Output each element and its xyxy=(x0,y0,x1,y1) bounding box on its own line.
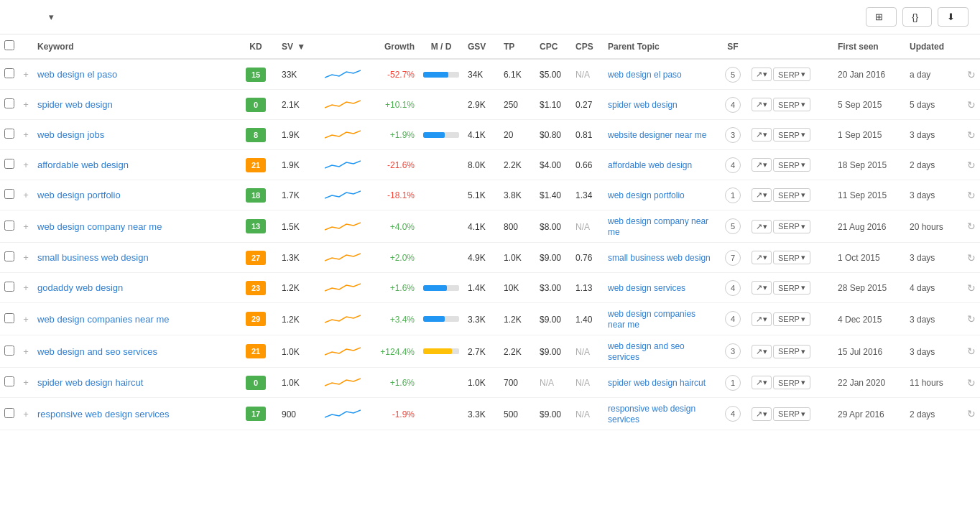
refresh-button[interactable]: ↻ xyxy=(967,346,976,357)
cps-header[interactable]: CPS xyxy=(571,34,604,59)
serp-button[interactable]: SERP ▾ xyxy=(773,220,810,233)
trend-button[interactable]: ↗ ▾ xyxy=(752,158,772,172)
serp-button[interactable]: SERP ▾ xyxy=(773,188,810,202)
add-keyword[interactable]: + xyxy=(19,273,33,303)
row-checkbox[interactable] xyxy=(4,251,14,261)
row-checkbox[interactable] xyxy=(4,408,14,418)
refresh-button[interactable]: ↻ xyxy=(967,313,976,325)
sf-header[interactable]: SF xyxy=(718,34,747,59)
tp-header[interactable]: TP xyxy=(499,34,535,59)
parent-header[interactable]: Parent Topic xyxy=(604,34,718,59)
parent-topic-link[interactable]: website designer near me xyxy=(608,130,706,140)
select-all-checkbox[interactable] xyxy=(4,40,14,50)
parent-topic-link[interactable]: web design and seo services xyxy=(608,341,685,362)
keyword-link[interactable]: web design and seo services xyxy=(37,346,157,357)
parent-topic-link[interactable]: affordable web design xyxy=(608,160,692,170)
add-keyword[interactable]: + xyxy=(19,180,33,210)
serp-button[interactable]: SERP ▾ xyxy=(773,158,810,172)
firstseen-header[interactable]: First seen xyxy=(833,34,905,59)
keyword-link[interactable]: affordable web design xyxy=(37,159,129,170)
add-keyword[interactable]: + xyxy=(19,210,33,243)
updated-header[interactable]: Updated xyxy=(905,34,963,59)
keyword-header[interactable]: Keyword xyxy=(33,34,234,59)
add-keyword[interactable]: + xyxy=(19,398,33,430)
trend-button[interactable]: ↗ ▾ xyxy=(752,407,772,421)
parent-topic-link[interactable]: spider web design xyxy=(608,100,678,110)
growth-stat[interactable]: ▾ xyxy=(46,11,54,22)
kd-header[interactable]: KD xyxy=(234,34,277,59)
parent-topic-link[interactable]: small business web design xyxy=(608,253,711,263)
serp-button[interactable]: SERP ▾ xyxy=(773,376,810,389)
serp-button[interactable]: SERP ▾ xyxy=(773,251,810,264)
keyword-link[interactable]: godaddy web design xyxy=(37,282,123,293)
row-checkbox[interactable] xyxy=(4,313,14,323)
keyword-link[interactable]: web design jobs xyxy=(37,129,104,140)
add-keyword[interactable]: + xyxy=(19,243,33,273)
refresh-button[interactable]: ↻ xyxy=(967,408,976,419)
row-checkbox[interactable] xyxy=(4,221,14,231)
trend-button[interactable]: ↗ ▾ xyxy=(752,281,772,295)
keyword-link[interactable]: spider web design haircut xyxy=(37,377,143,388)
keyword-link[interactable]: web design el paso xyxy=(37,69,117,80)
keyword-link[interactable]: web design portfolio xyxy=(37,190,121,200)
md-header[interactable]: M / D xyxy=(419,34,463,59)
trend-button[interactable]: ↗ ▾ xyxy=(752,376,772,389)
parent-topic-link[interactable]: web design el paso xyxy=(608,70,682,80)
refresh-button[interactable]: ↻ xyxy=(967,190,976,201)
serp-button[interactable]: SERP ▾ xyxy=(773,312,810,326)
parent-topic-link[interactable]: web design services xyxy=(608,283,685,293)
refresh-button[interactable]: ↻ xyxy=(967,221,976,232)
add-keyword[interactable]: + xyxy=(19,59,33,90)
keyword-link[interactable]: responsive web design services xyxy=(37,409,170,419)
serp-button[interactable]: SERP ▾ xyxy=(773,128,810,142)
parent-topic-link[interactable]: spider web design haircut xyxy=(608,378,706,388)
serp-button[interactable]: SERP ▾ xyxy=(773,98,810,111)
row-checkbox[interactable] xyxy=(4,98,14,108)
growth-header[interactable]: Growth xyxy=(365,34,419,59)
parent-topic-link[interactable]: web design companies near me xyxy=(608,309,695,330)
api-button[interactable]: {} xyxy=(902,7,932,27)
row-checkbox[interactable] xyxy=(4,129,14,139)
row-checkbox[interactable] xyxy=(4,189,14,199)
keyword-link[interactable]: web design company near me xyxy=(37,221,162,232)
add-keyword[interactable]: + xyxy=(19,368,33,398)
row-checkbox[interactable] xyxy=(4,68,14,78)
trend-button[interactable]: ↗ ▾ xyxy=(752,98,772,111)
trend-button[interactable]: ↗ ▾ xyxy=(752,220,772,233)
serp-button[interactable]: SERP ▾ xyxy=(773,345,810,358)
gsv-header[interactable]: GSV xyxy=(463,34,499,59)
columns-button[interactable]: ⊞ xyxy=(866,7,897,27)
parent-topic-link[interactable]: web design portfolio xyxy=(608,190,685,200)
trend-button[interactable]: ↗ ▾ xyxy=(752,128,772,142)
trend-button[interactable]: ↗ ▾ xyxy=(752,345,772,358)
refresh-button[interactable]: ↻ xyxy=(967,69,976,80)
keyword-link[interactable]: spider web design xyxy=(37,99,113,110)
trend-button[interactable]: ↗ ▾ xyxy=(752,68,772,81)
export-button[interactable]: ⬇ xyxy=(938,7,969,27)
cpc-header[interactable]: CPC xyxy=(535,34,571,59)
refresh-button[interactable]: ↻ xyxy=(967,252,976,264)
parent-topic-link[interactable]: responsive web design services xyxy=(608,404,695,425)
refresh-button[interactable]: ↻ xyxy=(967,99,976,111)
refresh-button[interactable]: ↻ xyxy=(967,159,976,171)
refresh-button[interactable]: ↻ xyxy=(967,129,976,141)
keyword-link[interactable]: small business web design xyxy=(37,252,149,263)
add-keyword[interactable]: + xyxy=(19,90,33,120)
refresh-button[interactable]: ↻ xyxy=(967,282,976,294)
add-keyword[interactable]: + xyxy=(19,335,33,368)
serp-button[interactable]: SERP ▾ xyxy=(773,281,810,295)
add-keyword[interactable]: + xyxy=(19,150,33,180)
trend-button[interactable]: ↗ ▾ xyxy=(752,312,772,326)
add-keyword[interactable]: + xyxy=(19,303,33,335)
add-keyword[interactable]: + xyxy=(19,120,33,150)
row-checkbox[interactable] xyxy=(4,282,14,292)
row-checkbox[interactable] xyxy=(4,376,14,386)
trend-button[interactable]: ↗ ▾ xyxy=(752,188,772,202)
row-checkbox[interactable] xyxy=(4,159,14,169)
sv-header[interactable]: SV ▼ xyxy=(277,34,320,59)
parent-topic-link[interactable]: web design company near me xyxy=(608,216,708,237)
serp-button[interactable]: SERP ▾ xyxy=(773,68,810,81)
keyword-link[interactable]: web design companies near me xyxy=(37,314,170,325)
serp-button[interactable]: SERP ▾ xyxy=(773,407,810,421)
refresh-button[interactable]: ↻ xyxy=(967,377,976,389)
